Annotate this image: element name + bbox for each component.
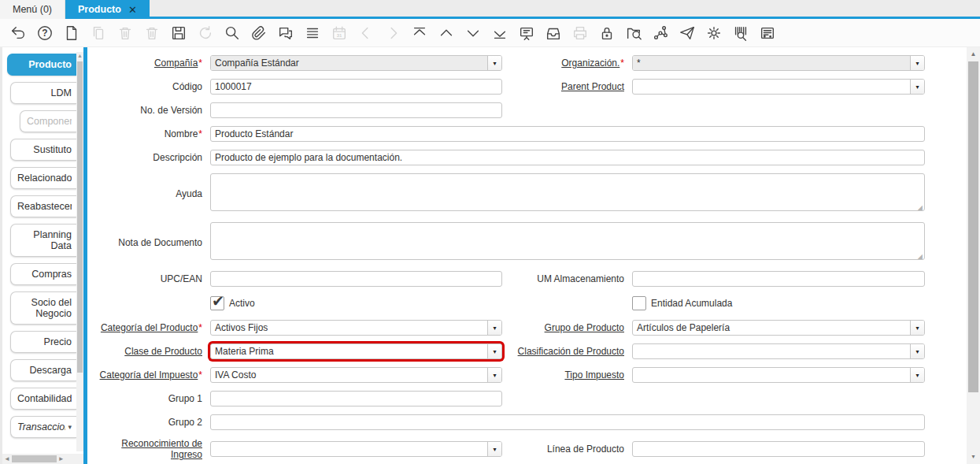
attachment-icon[interactable] xyxy=(250,24,268,42)
sidebar-tab-componentes: Componentes xyxy=(20,110,76,132)
organizacion-dropdown-button[interactable]: ▾ xyxy=(910,56,924,70)
sidebar-tab-producto[interactable]: Producto xyxy=(7,54,76,76)
parent-record-icon[interactable] xyxy=(438,24,455,42)
lock-icon[interactable] xyxy=(598,24,616,42)
process-icon[interactable] xyxy=(518,24,535,42)
tipo-impuesto-select[interactable]: ▾ xyxy=(632,367,925,383)
um-almacenamiento-input[interactable] xyxy=(632,271,925,287)
parent-product-dropdown-button[interactable]: ▾ xyxy=(910,80,924,94)
reconocimiento-de-ingreso-dropdown-button[interactable]: ▾ xyxy=(487,442,501,456)
sidebar-tab-label: Relacionado xyxy=(17,173,72,184)
sidebar-tab-sustituto[interactable]: Sustituto xyxy=(10,139,76,161)
clase-de-producto-dropdown-button[interactable]: ▾ xyxy=(487,344,501,358)
grupo-de-producto-label[interactable]: Grupo de Producto xyxy=(502,322,624,333)
compania-select[interactable]: Compañía Estándar▾ xyxy=(210,55,502,71)
undo-icon[interactable] xyxy=(9,24,27,42)
nota-de-documento-textarea[interactable] xyxy=(210,222,925,260)
first-record-icon[interactable] xyxy=(411,24,428,42)
clase-de-producto-select[interactable]: Materia Prima▾ xyxy=(210,343,502,359)
clasificacion-de-producto-label[interactable]: Clasificación de Producto xyxy=(502,346,624,357)
activo-checkbox[interactable]: ✔ xyxy=(210,296,224,310)
no-de-version-input[interactable] xyxy=(210,102,502,118)
sidebar-tab-label: Socio del Negocio xyxy=(17,297,72,319)
descripcion-input[interactable] xyxy=(210,150,925,165)
main-vertical-scrollbar[interactable]: ▲ ▾ xyxy=(967,47,980,464)
nombre-input[interactable] xyxy=(210,126,925,142)
sidebar-tab-socio-del-negocio[interactable]: Socio del Negocio xyxy=(10,291,76,325)
sidebar-horizontal-scrollbar[interactable]: ◄ ► xyxy=(2,454,83,464)
linea-de-producto-label: Línea de Producto xyxy=(502,444,624,455)
organizacion-select[interactable]: *▾ xyxy=(632,55,925,71)
categoria-del-producto-select[interactable]: Activos Fijos▾ xyxy=(210,320,502,336)
parent-product-label[interactable]: Parent Product xyxy=(502,81,624,92)
form-row: Nota de Documento◢ xyxy=(94,222,967,263)
send-icon[interactable] xyxy=(679,24,696,42)
scroll-down-icon[interactable]: ▾ xyxy=(967,451,980,462)
reconocimiento-de-ingreso-label[interactable]: Reconocimiento de Ingreso xyxy=(94,438,202,461)
linea-de-producto-input[interactable] xyxy=(632,441,925,457)
save-icon[interactable] xyxy=(170,24,187,42)
clase-de-producto-label[interactable]: Clase de Producto xyxy=(94,346,202,357)
archive-icon[interactable] xyxy=(545,24,562,42)
scroll-right-icon[interactable]: ► xyxy=(57,455,66,462)
scroll-up-icon[interactable]: ▲ xyxy=(76,52,83,60)
ayuda-textarea[interactable] xyxy=(210,173,925,211)
barcode-lookup-icon[interactable] xyxy=(732,24,749,42)
sidebar-tab-planning-data[interactable]: Planning Data xyxy=(10,224,76,257)
sidebar-vertical-scrollbar[interactable]: ▲ xyxy=(76,52,83,451)
compania-label[interactable]: Compañía* xyxy=(94,58,202,69)
grupo-de-producto-dropdown-button[interactable]: ▾ xyxy=(910,321,924,335)
main-scroll-thumb[interactable] xyxy=(968,61,978,392)
sidebar-tab-transacciones[interactable]: Transacciones▾ xyxy=(10,416,76,438)
preferences-icon[interactable] xyxy=(705,24,723,42)
sidebar-tab-compras[interactable]: Compras xyxy=(10,263,76,285)
find-icon[interactable] xyxy=(224,24,241,42)
compania-dropdown-button[interactable]: ▾ xyxy=(487,56,501,70)
close-tab-icon[interactable]: ✕ xyxy=(128,5,137,15)
categoria-del-impuesto-label[interactable]: Categoría del Impuesto* xyxy=(94,369,202,380)
form-row: ✔ActivoEntidad Acumulada xyxy=(94,295,967,312)
last-record-icon[interactable] xyxy=(491,24,508,42)
window-tab-menu[interactable]: Menú (0) xyxy=(0,0,65,19)
upc-ean-input[interactable] xyxy=(210,271,502,287)
grupo-de-producto-select[interactable]: Artículos de Papelería▾ xyxy=(632,320,925,336)
tipo-impuesto-label[interactable]: Tipo Impuesto xyxy=(502,369,624,380)
report-icon[interactable] xyxy=(759,24,776,42)
sidebar-tab-precio[interactable]: Precio xyxy=(10,331,76,353)
sidebar-tab-contabilidad[interactable]: Contabilidad xyxy=(10,388,76,410)
clasificacion-de-producto-dropdown-button[interactable]: ▾ xyxy=(910,344,924,358)
organizacion-label[interactable]: Organización.* xyxy=(502,58,624,69)
categoria-del-producto-dropdown-button[interactable]: ▾ xyxy=(487,321,501,335)
detail-record-icon[interactable] xyxy=(464,24,482,42)
zoom-across-icon[interactable] xyxy=(625,24,642,42)
window-tab-producto[interactable]: Producto✕ xyxy=(65,0,150,19)
codigo-input[interactable] xyxy=(210,79,502,95)
sidebar-tab-descarga[interactable]: Descarga xyxy=(10,359,76,381)
new-record-icon[interactable] xyxy=(63,24,80,42)
reconocimiento-de-ingreso-select[interactable]: ▾ xyxy=(210,441,502,457)
categoria-del-impuesto-select[interactable]: IVA Costo▾ xyxy=(210,367,502,383)
chevron-down-icon: ▾ xyxy=(493,348,496,355)
window-tab-label: Menú (0) xyxy=(13,4,52,15)
workflow-icon[interactable] xyxy=(652,24,669,42)
sidebar-tab-relacionado[interactable]: Relacionado xyxy=(10,167,76,189)
scroll-left-icon[interactable]: ◄ xyxy=(2,455,12,462)
parent-product-select[interactable]: ▾ xyxy=(632,79,925,95)
categoria-del-producto-label[interactable]: Categoría del Producto* xyxy=(94,322,202,333)
entidad-acumulada-checkbox[interactable] xyxy=(632,296,646,310)
categoria-del-impuesto-dropdown-button[interactable]: ▾ xyxy=(487,368,501,382)
grupo-1-input[interactable] xyxy=(210,391,502,406)
tab-sidebar: ProductoLDMComponentesSustitutoRelaciona… xyxy=(0,47,83,464)
sidebar-tab-ldm[interactable]: LDM xyxy=(10,82,76,104)
grid-toggle-icon[interactable] xyxy=(304,24,321,42)
grupo-2-input[interactable] xyxy=(210,414,925,430)
sidebar-tab-reabastecer[interactable]: Reabastecer xyxy=(10,195,76,217)
clasificacion-de-producto-select[interactable]: ▾ xyxy=(632,343,925,359)
sidebar-hscroll-thumb[interactable] xyxy=(12,455,57,462)
scroll-up-icon[interactable]: ▲ xyxy=(967,49,980,60)
sidebar-scroll-thumb[interactable] xyxy=(77,61,83,373)
help-icon[interactable]: ? xyxy=(36,24,54,42)
chat-icon[interactable] xyxy=(277,24,294,42)
clase-de-producto-value: Materia Prima xyxy=(211,344,487,358)
tipo-impuesto-dropdown-button[interactable]: ▾ xyxy=(910,368,924,382)
